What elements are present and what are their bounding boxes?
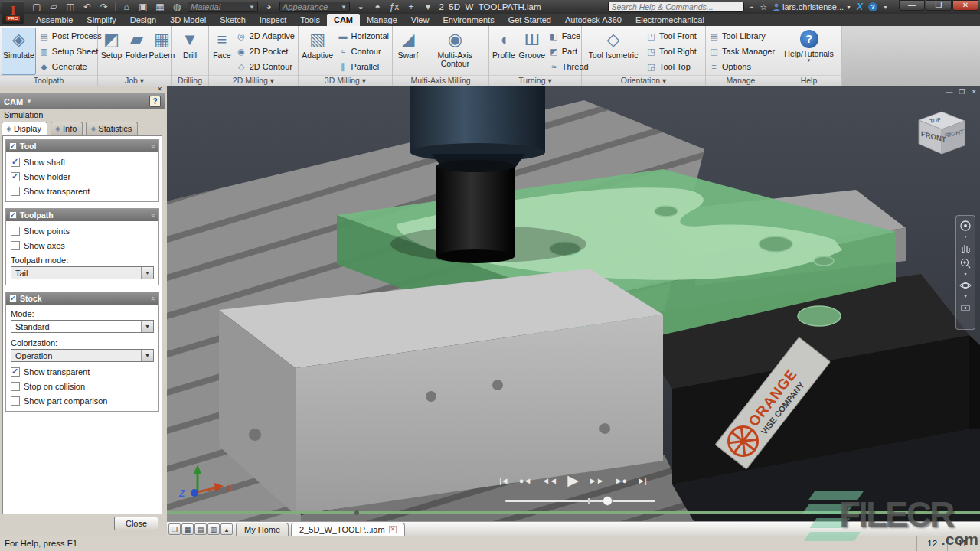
tool-group-header[interactable]: Tool » — [6, 140, 158, 152]
face-button[interactable]: ≡ Face — [211, 28, 234, 75]
help-tutorials-button[interactable]: ? Help/Tutorials ▼ — [779, 28, 840, 75]
options-button[interactable]: ≡ Options — [709, 61, 775, 73]
tab-manage[interactable]: Manage — [360, 14, 404, 26]
help-icon[interactable]: ? — [868, 2, 877, 11]
sign-in-status-icon[interactable]: ⌁ — [750, 2, 755, 12]
tile-windows-button[interactable]: ▦ — [181, 523, 194, 535]
show-part-comparison-checkbox[interactable] — [11, 396, 20, 406]
toolpath-group-header[interactable]: Toolpath » — [6, 209, 158, 221]
tab-3d-model[interactable]: 3D Model — [163, 14, 213, 26]
help-caret-icon[interactable]: ▼ — [883, 5, 888, 10]
favorites-star-icon[interactable]: ☆ — [760, 2, 767, 12]
generate-button[interactable]: ◆ Generate — [39, 61, 102, 73]
tab-environments[interactable]: Environments — [436, 14, 501, 26]
open-icon[interactable]: ▱ — [47, 2, 60, 12]
go-to-end-button[interactable]: ►| — [637, 476, 646, 485]
pan-hand-icon[interactable] — [959, 242, 972, 254]
web-icon[interactable]: ◍ — [171, 2, 183, 12]
setup-sheet-button[interactable]: ▥ Setup Sheet — [39, 46, 102, 57]
group-label-3d-milling[interactable]: 3D Milling ▾ — [299, 75, 392, 86]
task-manager-button[interactable]: ◫ Task Manager — [709, 46, 775, 57]
tab-document[interactable]: 2_5D_W_TOOLP...iam ✕ — [291, 523, 405, 536]
panel-help-icon[interactable]: ? — [149, 96, 161, 107]
tab-view[interactable]: View — [404, 14, 436, 26]
tab-my-home[interactable]: My Home — [236, 523, 289, 536]
multi-axis-contour-button[interactable]: ◉ Multi-Axis Contour — [423, 28, 487, 75]
show-transparent-stock-checkbox[interactable] — [11, 367, 20, 377]
doc-close-icon[interactable]: ✕ — [971, 88, 977, 96]
toolpath-group-checkbox[interactable] — [9, 211, 17, 219]
panel-close-icon[interactable]: ✕ — [157, 86, 162, 93]
step-forward-button[interactable]: ►► — [589, 476, 604, 485]
new-file-icon[interactable]: ▢ — [31, 2, 43, 12]
collapse-chevron-icon[interactable]: » — [149, 296, 158, 301]
material-combobox[interactable]: Material ▼ — [188, 2, 258, 12]
show-shaft-checkbox[interactable] — [11, 158, 20, 167]
timeline-track[interactable] — [505, 500, 655, 502]
horizontal-button[interactable]: ▬ Horizontal — [338, 31, 389, 42]
next-operation-button[interactable]: ►● — [615, 476, 627, 485]
show-holder-row[interactable]: Show holder — [11, 172, 154, 181]
purge-sphere-icon[interactable]: ◓ — [371, 2, 384, 12]
user-menu[interactable]: lars.christense... ▼ — [773, 2, 851, 11]
tab-autodesk-a360[interactable]: Autodesk A360 — [558, 14, 629, 26]
show-part-comparison-row[interactable]: Show part comparison — [11, 396, 154, 406]
color-wheel-icon[interactable]: ◕ — [263, 2, 275, 12]
show-points-checkbox[interactable] — [11, 227, 20, 236]
panel-grab-bar[interactable]: ✕ — [0, 86, 165, 93]
steering-wheel-icon[interactable] — [959, 220, 972, 232]
render-icon[interactable]: ▣ — [137, 2, 149, 12]
show-axes-checkbox[interactable] — [11, 241, 20, 250]
restore-button[interactable]: ❐ — [926, 0, 952, 11]
stock-group-checkbox[interactable] — [9, 295, 17, 302]
simulation-timeline[interactable] — [505, 497, 655, 505]
2d-contour-button[interactable]: ◇ 2D Contour — [237, 61, 295, 73]
appearance-combobox[interactable]: Appearance ▼ — [279, 2, 350, 12]
search-input[interactable] — [608, 2, 744, 12]
tab-tools[interactable]: Tools — [293, 14, 327, 26]
tab-assemble[interactable]: Assemble — [29, 14, 80, 26]
home-icon[interactable]: ⌂ — [120, 2, 132, 12]
timeline-handle[interactable] — [603, 496, 612, 506]
model-viewport[interactable]: ORANGE VISE COMPANY Z x — ❐ ✕ — [167, 86, 980, 521]
toolpath-mode-dropdown[interactable]: Tail ▼ — [11, 266, 154, 279]
tool-isometric-button[interactable]: ◇ Tool Isometric — [583, 28, 643, 75]
2d-pocket-button[interactable]: ◉ 2D Pocket — [237, 46, 295, 57]
play-button[interactable]: ▶ — [567, 471, 578, 489]
component-icon[interactable]: ▦ — [154, 2, 166, 12]
view-cube[interactable]: TOP FRONT RIGHT — [913, 102, 974, 163]
previous-operation-button[interactable]: ●◄ — [519, 476, 531, 485]
show-points-row[interactable]: Show points — [11, 227, 154, 236]
redo-icon[interactable]: ↷ — [98, 2, 110, 12]
folder-button[interactable]: ▰ Folder — [125, 28, 149, 75]
drill-button[interactable]: ▼ Drill — [175, 28, 204, 75]
tab-info[interactable]: ◈ Info — [51, 122, 83, 135]
expand-tabs-button[interactable]: ▴ — [220, 523, 233, 535]
show-transparent-tool-checkbox[interactable] — [11, 187, 20, 196]
show-transparent-stock-row[interactable]: Show transparent — [11, 367, 154, 377]
tab-close-icon[interactable]: ✕ — [389, 526, 397, 533]
adaptive-button[interactable]: ▧ Adaptive — [300, 28, 335, 75]
go-to-start-button[interactable]: |◄ — [499, 476, 508, 485]
zoom-icon[interactable] — [959, 257, 972, 269]
arrange-horizontal-button[interactable]: ▤ — [194, 523, 207, 535]
show-transparent-tool-row[interactable]: Show transparent — [11, 187, 154, 196]
tool-front-button[interactable]: ◰ Tool Front — [646, 31, 697, 42]
tab-sketch[interactable]: Sketch — [213, 14, 253, 26]
swarf-button[interactable]: ◢ Swarf — [394, 28, 422, 75]
chevron-down-icon[interactable]: ▾ — [964, 272, 966, 276]
tool-library-button[interactable]: ▤ Tool Library — [709, 31, 775, 42]
arrange-vertical-button[interactable]: ▥ — [207, 523, 220, 535]
tab-statistics[interactable]: ◈ Statistics — [86, 122, 138, 135]
tab-inspect[interactable]: Inspect — [253, 14, 293, 26]
tool-top-button[interactable]: ◲ Tool Top — [646, 61, 697, 73]
tool-right-button[interactable]: ◳ Tool Right — [646, 46, 697, 57]
stock-mode-dropdown[interactable]: Standard ▼ — [11, 320, 154, 333]
contour-button[interactable]: ≈ Contour — [338, 46, 389, 57]
collapse-chevron-icon[interactable]: » — [149, 213, 158, 217]
simulate-button[interactable]: ◈ Simulate — [2, 28, 36, 75]
look-at-icon[interactable] — [959, 302, 972, 314]
setup-button[interactable]: ◩ Setup — [100, 28, 123, 75]
tab-electromechanical[interactable]: Electromechanical — [629, 14, 711, 26]
show-holder-checkbox[interactable] — [11, 172, 20, 181]
